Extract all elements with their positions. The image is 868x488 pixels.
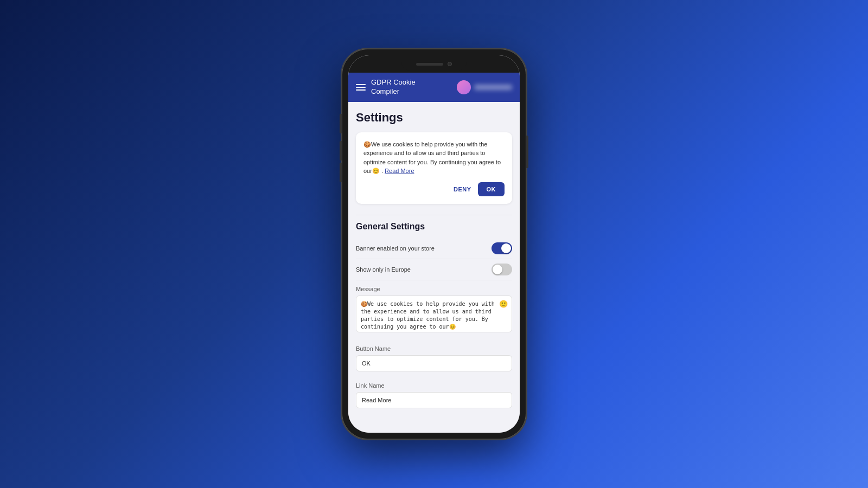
link-name-label: Link Name	[356, 382, 512, 389]
banner-enabled-label: Banner enabled on your store	[356, 245, 435, 252]
notch-speaker	[416, 63, 443, 66]
link-name-group: Link Name	[356, 377, 512, 414]
section-divider	[356, 215, 512, 215]
general-settings-title: General Settings	[356, 222, 512, 232]
menu-icon[interactable]	[356, 84, 366, 91]
show-europe-label: Show only in Europe	[356, 266, 411, 273]
avatar	[457, 80, 471, 94]
notch	[401, 57, 467, 70]
message-label: Message	[356, 286, 512, 292]
cookie-emoji: 🍪	[363, 141, 371, 147]
app-title: GDPR Cookie Compiler	[371, 78, 416, 97]
phone-screen: GDPR Cookie Compiler Settings 🍪We use co…	[348, 55, 520, 433]
settings-page: Settings 🍪We use cookies to help provide…	[348, 102, 520, 414]
message-textarea-wrapper: 🍪We use cookies to help provide you with…	[356, 296, 512, 335]
notch-bar	[348, 55, 520, 73]
notch-camera	[448, 62, 452, 66]
button-name-label: Button Name	[356, 345, 512, 352]
cookie-message: 🍪We use cookies to help provide you with…	[363, 140, 505, 176]
link-name-input[interactable]	[356, 392, 512, 408]
button-name-group: Button Name	[356, 340, 512, 377]
cookie-banner-card: 🍪We use cookies to help provide you with…	[356, 132, 512, 204]
header-right	[457, 80, 512, 94]
page-title: Settings	[356, 111, 512, 125]
user-name-blurred	[474, 85, 512, 90]
show-europe-toggle[interactable]	[492, 264, 512, 275]
banner-enabled-toggle[interactable]	[492, 242, 512, 254]
show-europe-row: Show only in Europe	[356, 259, 512, 280]
toggle-thumb-banner	[501, 243, 511, 253]
app-header: GDPR Cookie Compiler	[348, 73, 520, 102]
deny-button[interactable]: DENY	[451, 183, 474, 196]
button-name-input[interactable]	[356, 355, 512, 371]
header-left: GDPR Cookie Compiler	[356, 78, 416, 97]
message-group: Message 🍪We use cookies to help provide …	[356, 280, 512, 340]
phone-shell: GDPR Cookie Compiler Settings 🍪We use co…	[342, 49, 526, 439]
smiley-emoji: 😊	[372, 168, 380, 174]
ok-button[interactable]: OK	[478, 182, 505, 196]
message-textarea[interactable]: 🍪We use cookies to help provide you with…	[356, 296, 512, 332]
toggle-thumb-europe	[493, 265, 502, 274]
cookie-actions: DENY OK	[363, 182, 505, 196]
banner-enabled-row: Banner enabled on your store	[356, 238, 512, 259]
read-more-link[interactable]: Read More	[385, 168, 414, 174]
app-content: Settings 🍪We use cookies to help provide…	[348, 102, 520, 433]
